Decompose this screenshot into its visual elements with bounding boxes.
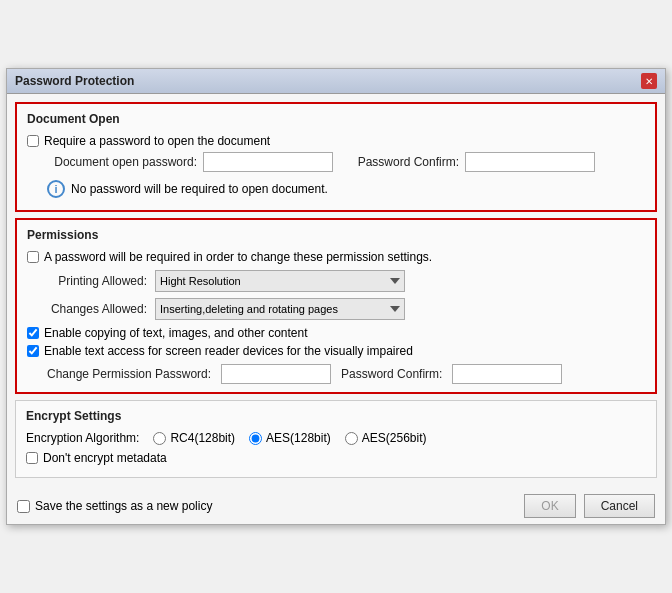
copy-text-checkbox[interactable] (27, 327, 39, 339)
dont-encrypt-metadata-checkbox[interactable] (26, 452, 38, 464)
password-protection-dialog: Password Protection ✕ Document Open Requ… (6, 68, 666, 525)
change-permission-confirm-input[interactable] (452, 364, 562, 384)
dialog-body: Document Open Require a password to open… (7, 94, 665, 486)
permissions-require-password-row: A password will be required in order to … (27, 250, 645, 264)
encryption-algorithm-label: Encryption Algorithm: (26, 431, 139, 445)
info-icon: i (47, 180, 65, 198)
require-password-row: Require a password to open the document (27, 134, 645, 148)
permissions-section: Permissions A password will be required … (15, 218, 657, 394)
change-permission-confirm-label: Password Confirm: (341, 367, 442, 381)
encrypt-settings-section: Encrypt Settings Encryption Algorithm: R… (15, 400, 657, 478)
require-password-checkbox[interactable] (27, 135, 39, 147)
info-text: No password will be required to open doc… (71, 182, 328, 196)
dialog-title: Password Protection (15, 74, 134, 88)
open-password-confirm-label: Password Confirm: (349, 155, 459, 169)
footer-left: Save the settings as a new policy (17, 499, 212, 513)
permissions-title: Permissions (27, 228, 645, 242)
changes-allowed-label: Changes Allowed: (27, 302, 147, 316)
ok-button[interactable]: OK (524, 494, 575, 518)
open-password-label: Document open password: (47, 155, 197, 169)
footer: Save the settings as a new policy OK Can… (7, 486, 665, 524)
changes-allowed-select[interactable]: None Inserting,deleting and rotating pag… (155, 298, 405, 320)
printing-allowed-row: Printing Allowed: None Low Resolution Hi… (27, 270, 645, 292)
rc4-radio[interactable] (153, 432, 166, 445)
open-password-confirm-input[interactable] (465, 152, 595, 172)
aes256-label: AES(256bit) (362, 431, 427, 445)
screen-reader-checkbox[interactable] (27, 345, 39, 357)
change-permission-password-input[interactable] (221, 364, 331, 384)
printing-allowed-label: Printing Allowed: (27, 274, 147, 288)
aes128-option: AES(128bit) (249, 431, 331, 445)
encrypt-settings-title: Encrypt Settings (26, 409, 646, 423)
footer-right: OK Cancel (524, 494, 655, 518)
change-permission-password-section: Change Permission Password: Password Con… (27, 364, 645, 384)
permissions-require-password-checkbox[interactable] (27, 251, 39, 263)
changes-allowed-row: Changes Allowed: None Inserting,deleting… (27, 298, 645, 320)
printing-allowed-select[interactable]: None Low Resolution Hight Resolution (155, 270, 405, 292)
document-open-title: Document Open (27, 112, 645, 126)
screen-reader-row: Enable text access for screen reader dev… (27, 344, 645, 358)
title-bar: Password Protection ✕ (7, 69, 665, 94)
save-policy-checkbox[interactable] (17, 500, 30, 513)
dont-encrypt-metadata-label: Don't encrypt metadata (43, 451, 167, 465)
open-password-input[interactable] (203, 152, 333, 172)
aes128-label: AES(128bit) (266, 431, 331, 445)
require-password-label: Require a password to open the document (44, 134, 270, 148)
info-row: i No password will be required to open d… (47, 180, 645, 198)
close-button[interactable]: ✕ (641, 73, 657, 89)
permissions-require-password-label: A password will be required in order to … (44, 250, 432, 264)
aes128-radio[interactable] (249, 432, 262, 445)
rc4-option: RC4(128bit) (153, 431, 235, 445)
dont-encrypt-metadata-row: Don't encrypt metadata (26, 451, 646, 465)
document-open-section: Document Open Require a password to open… (15, 102, 657, 212)
aes256-radio[interactable] (345, 432, 358, 445)
save-policy-label: Save the settings as a new policy (35, 499, 212, 513)
rc4-label: RC4(128bit) (170, 431, 235, 445)
permissions-fields: Printing Allowed: None Low Resolution Hi… (27, 270, 645, 320)
change-permission-password-label: Change Permission Password: (47, 367, 211, 381)
encryption-algorithm-row: Encryption Algorithm: RC4(128bit) AES(12… (26, 431, 646, 445)
aes256-option: AES(256bit) (345, 431, 427, 445)
copy-text-row: Enable copying of text, images, and othe… (27, 326, 645, 340)
screen-reader-label: Enable text access for screen reader dev… (44, 344, 413, 358)
open-password-row: Document open password: Password Confirm… (47, 152, 645, 172)
copy-text-label: Enable copying of text, images, and othe… (44, 326, 308, 340)
cancel-button[interactable]: Cancel (584, 494, 655, 518)
